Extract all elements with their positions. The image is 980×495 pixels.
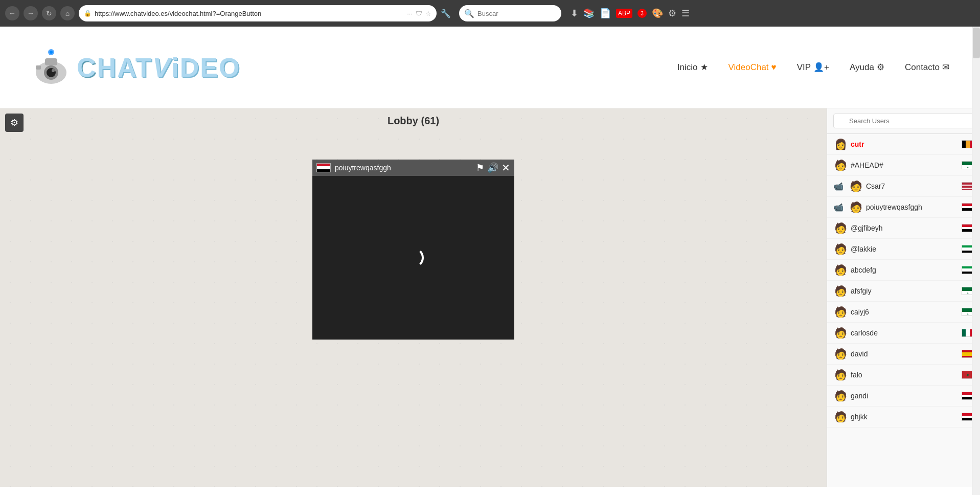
cam-icon: 📹 — [833, 202, 844, 212]
svg-rect-4 — [45, 58, 57, 65]
user-avatar: 🧑 — [833, 263, 848, 277]
video-body — [312, 176, 514, 340]
star-icon: ☆ — [425, 10, 431, 17]
user-list-item[interactable]: 🧑 falo ✦ — [827, 365, 980, 386]
main-content: ⚙ Lobby (61) poiuytrewqasfggh ⚑ 🔊 ✕ — [0, 108, 980, 487]
svg-point-3 — [52, 69, 55, 72]
menu-icon-browser[interactable]: ☰ — [681, 8, 690, 19]
browser-search-input[interactable] — [477, 10, 556, 17]
user-avatar: 🧑 — [833, 347, 848, 361]
browser-chrome: ← → ↻ ⌂ 🔒 https://www.chatvideo.es/video… — [0, 0, 980, 27]
user-list-item[interactable]: 🧑 ghjkk — [827, 407, 980, 428]
user-list-item[interactable]: 🧑 caiyj6 ✦ — [827, 302, 980, 323]
user-list-item[interactable]: 📹 🧑 Csar7 — [827, 176, 980, 197]
adblock-icon[interactable]: ABP — [616, 9, 632, 18]
video-window: poiuytrewqasfggh ⚑ 🔊 ✕ — [312, 160, 514, 340]
user-name: caiyj6 — [851, 308, 959, 316]
page: CHATViDEO Inicio ★ VideoChat ♥ VIP 👤+ Ay… — [0, 27, 980, 495]
settings-icon-browser[interactable]: ⚙ — [668, 8, 676, 19]
user-avatar: 🧑 — [833, 326, 848, 340]
user-list-item[interactable]: 🧑 @lakkie — [827, 239, 980, 260]
reader-icon[interactable]: 📄 — [600, 8, 611, 19]
nav-contacto-label: Contacto — [905, 62, 940, 73]
video-flag-icon — [316, 163, 331, 172]
user-name: gandi — [851, 392, 959, 400]
nav-contacto-icon: ✉ — [942, 62, 949, 73]
svg-point-7 — [50, 51, 53, 54]
user-name: afsfgiy — [851, 287, 959, 295]
cam-icon: 📹 — [833, 182, 844, 191]
nav-inicio-label: Inicio — [677, 62, 698, 73]
user-avatar: 👩 — [833, 137, 848, 151]
nav-inicio-icon: ★ — [700, 62, 708, 73]
user-name: falo — [851, 371, 959, 379]
nav-contacto[interactable]: Contacto ✉ — [905, 62, 949, 73]
user-name: david — [851, 350, 959, 358]
security-icon: 🔒 — [84, 10, 92, 17]
video-section: ⚙ Lobby (61) poiuytrewqasfggh ⚑ 🔊 ✕ — [0, 108, 827, 487]
user-list: 👩 cutr 🧑 #AHEAD# ✦ 📹 🧑 Csar7 📹 🧑 poiuytr… — [827, 134, 980, 487]
logo-camera-icon — [31, 47, 72, 88]
download-icon[interactable]: ⬇ — [571, 8, 578, 19]
user-avatar: 🧑 — [833, 221, 848, 235]
loading-spinner — [403, 248, 424, 268]
flag-report-button[interactable]: ⚑ — [476, 162, 484, 173]
close-video-button[interactable]: ✕ — [502, 162, 510, 174]
user-avatar: 🧑 — [833, 158, 848, 172]
more-options-icon: ··· — [407, 10, 413, 17]
address-bar-url: https://www.chatvideo.es/videochat.html?… — [95, 10, 404, 17]
lobby-title: Lobby (61) — [0, 111, 827, 131]
search-wrapper: 🔍 — [833, 114, 974, 128]
user-list-item[interactable]: 🧑 @gjfibeyh — [827, 218, 980, 239]
user-list-item[interactable]: 🧑 #AHEAD# ✦ — [827, 155, 980, 176]
address-bar[interactable]: 🔒 https://www.chatvideo.es/videochat.htm… — [79, 5, 437, 21]
site-header: CHATViDEO Inicio ★ VideoChat ♥ VIP 👤+ Ay… — [0, 27, 980, 108]
user-avatar: 🧑 — [833, 305, 848, 319]
user-name: @gjfibeyh — [851, 224, 959, 232]
user-list-item[interactable]: 🧑 carlosde — [827, 323, 980, 344]
nav-vip-label: VIP — [797, 62, 811, 73]
user-name: poiuytrewqasfggh — [866, 203, 959, 211]
forward-button[interactable]: → — [24, 6, 38, 20]
color-icon[interactable]: 🎨 — [652, 8, 663, 19]
nav-videochat-label: VideoChat — [728, 62, 769, 73]
video-username: poiuytrewqasfggh — [335, 164, 472, 172]
user-list-item[interactable]: 🧑 afsfgiy ✦ — [827, 281, 980, 302]
user-list-item[interactable]: 👩 cutr — [827, 134, 980, 155]
logo-area: CHATViDEO — [31, 47, 240, 88]
nav-videochat[interactable]: VideoChat ♥ — [728, 62, 777, 73]
user-name: #AHEAD# — [851, 161, 959, 169]
user-list-item[interactable]: 🧑 abcdefg — [827, 260, 980, 281]
user-list-item[interactable]: 🧑 david — [827, 344, 980, 365]
user-list-item[interactable]: 📹 🧑 poiuytrewqasfggh — [827, 197, 980, 218]
nav-vip[interactable]: VIP 👤+ — [797, 62, 829, 73]
user-avatar: 🧑 — [833, 410, 848, 424]
home-button[interactable]: ⌂ — [60, 6, 75, 20]
video-controls: ⚑ 🔊 ✕ — [476, 162, 510, 174]
nav-inicio[interactable]: Inicio ★ — [677, 62, 708, 73]
user-name: Csar7 — [866, 182, 959, 190]
user-name: carlosde — [851, 329, 959, 337]
nav-ayuda[interactable]: Ayuda ⚙ — [850, 62, 884, 73]
badge-icon: 3 — [637, 9, 647, 18]
reload-button[interactable]: ↻ — [42, 6, 56, 20]
nav-ayuda-label: Ayuda — [850, 62, 874, 73]
browser-search-bar[interactable]: 🔍 — [459, 5, 561, 21]
library-icon[interactable]: 📚 — [583, 8, 595, 19]
user-list-panel: 🔍 👩 cutr 🧑 #AHEAD# ✦ 📹 🧑 Csar7 📹 🧑 poiuy… — [827, 108, 980, 487]
mute-button[interactable]: 🔊 — [487, 162, 498, 173]
user-name: ghjkk — [851, 413, 959, 421]
nav-videochat-icon: ♥ — [771, 62, 777, 73]
page-scrollbar[interactable] — [972, 27, 980, 495]
user-list-item[interactable]: 🧑 gandi — [827, 386, 980, 407]
user-avatar: 🧑 — [849, 200, 863, 214]
wrench-icon[interactable]: 🔧 — [441, 9, 451, 18]
nav-vip-icon: 👤+ — [813, 62, 829, 73]
browser-right-icons: ⬇ 📚 📄 ABP 3 🎨 ⚙ ☰ — [571, 8, 690, 19]
back-button[interactable]: ← — [5, 6, 19, 20]
search-users-container: 🔍 — [827, 108, 980, 134]
search-users-input[interactable] — [833, 114, 974, 128]
logo-text: CHATViDEO — [77, 52, 240, 83]
video-header: poiuytrewqasfggh ⚑ 🔊 ✕ — [312, 160, 514, 176]
nav-menu: Inicio ★ VideoChat ♥ VIP 👤+ Ayuda ⚙ Cont… — [677, 62, 949, 73]
